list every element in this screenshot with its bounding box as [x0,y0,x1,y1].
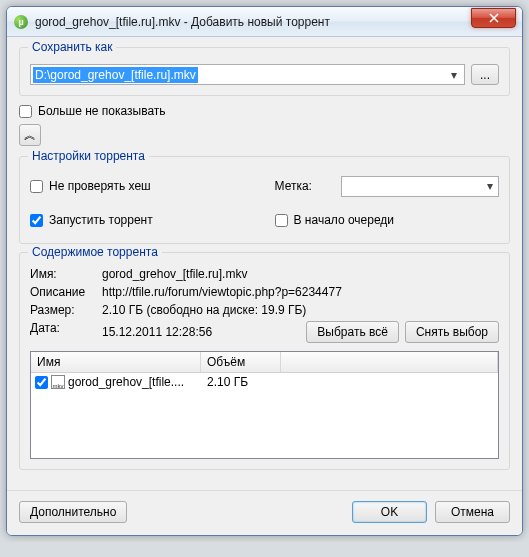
name-value: gorod_grehov_[tfile.ru].mkv [102,267,499,281]
table-row[interactable]: gorod_grehov_[tfile.... 2.10 ГБ [31,373,498,391]
chevron-down-icon[interactable]: ▾ [482,179,498,193]
content-area: Сохранить как D:\gorod_grehov_[tfile.ru]… [7,37,522,490]
start-torrent-checkbox[interactable] [30,214,43,227]
size-label: Размер: [30,303,102,317]
browse-button[interactable]: ... [471,64,499,85]
collapse-icon: ︽ [24,127,36,144]
files-body[interactable]: gorod_grehov_[tfile.... 2.10 ГБ [31,373,498,458]
close-button[interactable] [471,8,516,28]
file-icon [51,375,65,389]
torrent-settings-legend: Настройки торрента [28,149,149,163]
files-table: Имя Объём gorod_grehov_[tfile.... 2.10 Г… [30,351,499,459]
titlebar: µ gorod_grehov_[tfile.ru].mkv - Добавить… [7,7,522,37]
col-size-header[interactable]: Объём [201,352,281,372]
deselect-button[interactable]: Снять выбор [405,321,499,343]
footer: Дополнительно OK Отмена [7,490,522,535]
queue-front-label: В начало очереди [294,213,395,227]
files-header: Имя Объём [31,352,498,373]
contents-group: Содержимое торрента Имя: gorod_grehov_[t… [19,252,510,470]
date-value: 15.12.2011 12:28:56 [102,325,300,339]
torrent-settings-group: Настройки торрента Не проверять хеш Метк… [19,156,510,244]
select-all-button[interactable]: Выбрать всё [306,321,399,343]
save-as-group: Сохранить как D:\gorod_grehov_[tfile.ru]… [19,47,510,96]
queue-front-checkbox[interactable] [275,214,288,227]
utorrent-icon: µ [13,14,29,30]
name-label: Имя: [30,267,102,281]
save-path-combo[interactable]: D:\gorod_grehov_[tfile.ru].mkv ▾ [30,64,465,85]
save-path-value: D:\gorod_grehov_[tfile.ru].mkv [33,67,198,83]
start-torrent-label: Запустить торрент [49,213,153,227]
window-title: gorod_grehov_[tfile.ru].mkv - Добавить н… [35,15,471,29]
size-value: 2.10 ГБ (свободно на диске: 19.9 ГБ) [102,303,499,317]
no-hash-label: Не проверять хеш [49,179,151,193]
date-label: Дата: [30,321,102,343]
no-hash-checkbox[interactable] [30,180,43,193]
file-name: gorod_grehov_[tfile.... [68,375,184,389]
file-size: 2.10 ГБ [201,375,281,389]
col-name-header[interactable]: Имя [31,352,201,372]
desc-label: Описание [30,285,102,299]
ok-button[interactable]: OK [352,501,427,523]
desc-value: http://tfile.ru/forum/viewtopic.php?p=62… [102,285,499,299]
dont-show-checkbox[interactable] [19,105,32,118]
dialog-window: µ gorod_grehov_[tfile.ru].mkv - Добавить… [6,6,523,536]
file-checkbox[interactable] [35,376,48,389]
label-label: Метка: [275,179,335,193]
save-as-legend: Сохранить как [28,40,116,54]
cancel-button[interactable]: Отмена [435,501,510,523]
contents-legend: Содержимое торрента [28,245,162,259]
dont-show-label: Больше не показывать [38,104,166,118]
close-icon [489,13,499,23]
advanced-button[interactable]: Дополнительно [19,501,127,523]
chevron-down-icon[interactable]: ▾ [446,68,462,82]
collapse-button[interactable]: ︽ [19,124,41,146]
label-select[interactable]: ▾ [341,176,500,197]
